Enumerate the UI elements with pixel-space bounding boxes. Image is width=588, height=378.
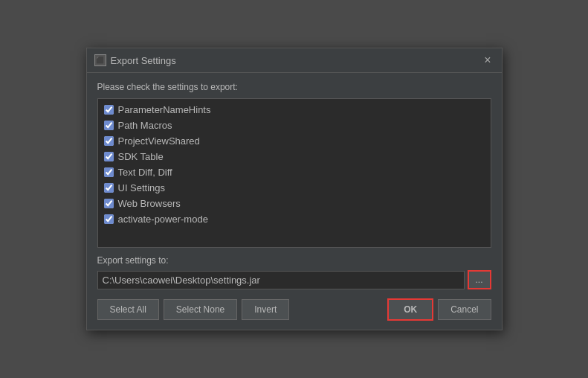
export-path-row: ... (97, 270, 491, 289)
check-item[interactable]: Text Diff, Diff (98, 164, 491, 180)
check-item-label: SDK Table (118, 151, 164, 162)
dialog-title: Export Settings (111, 55, 176, 66)
check-item[interactable]: ProjectViewShared (98, 133, 491, 149)
checkbox-4[interactable] (104, 167, 114, 177)
check-item[interactable]: SDK Table (98, 149, 491, 164)
invert-button[interactable]: Invert (242, 299, 289, 320)
select-all-button[interactable]: Select All (97, 299, 159, 320)
select-none-button[interactable]: Select None (164, 299, 237, 320)
ok-button[interactable]: OK (387, 298, 433, 321)
title-bar: ⬛ Export Settings × (87, 48, 502, 73)
dialog-body: Please check the settings to export: Par… (87, 73, 502, 330)
checkbox-7[interactable] (104, 214, 114, 224)
checkbox-0[interactable] (104, 105, 114, 115)
cancel-button[interactable]: Cancel (438, 299, 491, 320)
instruction-label: Please check the settings to export: (97, 82, 491, 92)
checkbox-1[interactable] (104, 121, 114, 130)
check-item-label: Path Macros (118, 120, 172, 131)
check-item[interactable]: ParameterNameHints (98, 102, 491, 118)
checkbox-6[interactable] (104, 199, 114, 208)
check-item-label: ProjectViewShared (118, 135, 200, 147)
check-item-label: UI Settings (118, 182, 166, 193)
path-input[interactable] (97, 271, 465, 289)
check-item-label: Text Diff, Diff (118, 167, 172, 178)
title-bar-left: ⬛ Export Settings (94, 54, 176, 66)
export-settings-dialog: ⬛ Export Settings × Please check the set… (86, 48, 503, 330)
check-item-label: Web Browsers (118, 198, 181, 209)
checklist-container[interactable]: ParameterNameHintsPath MacrosProjectView… (97, 98, 491, 248)
browse-button[interactable]: ... (468, 270, 491, 289)
check-item-label: activate-power-mode (118, 214, 208, 225)
checkbox-2[interactable] (104, 136, 114, 146)
check-item[interactable]: Path Macros (98, 118, 491, 133)
check-item[interactable]: Web Browsers (98, 196, 491, 211)
close-button[interactable]: × (481, 53, 494, 68)
checkbox-3[interactable] (104, 152, 114, 161)
export-to-label: Export settings to: (97, 255, 491, 266)
check-item[interactable]: UI Settings (98, 180, 491, 196)
app-icon: ⬛ (94, 54, 106, 66)
check-item-label: ParameterNameHints (118, 104, 211, 115)
action-row: Select All Select None Invert OK Cancel (97, 298, 491, 321)
checkbox-5[interactable] (104, 183, 114, 193)
check-item[interactable]: activate-power-mode (98, 211, 491, 227)
